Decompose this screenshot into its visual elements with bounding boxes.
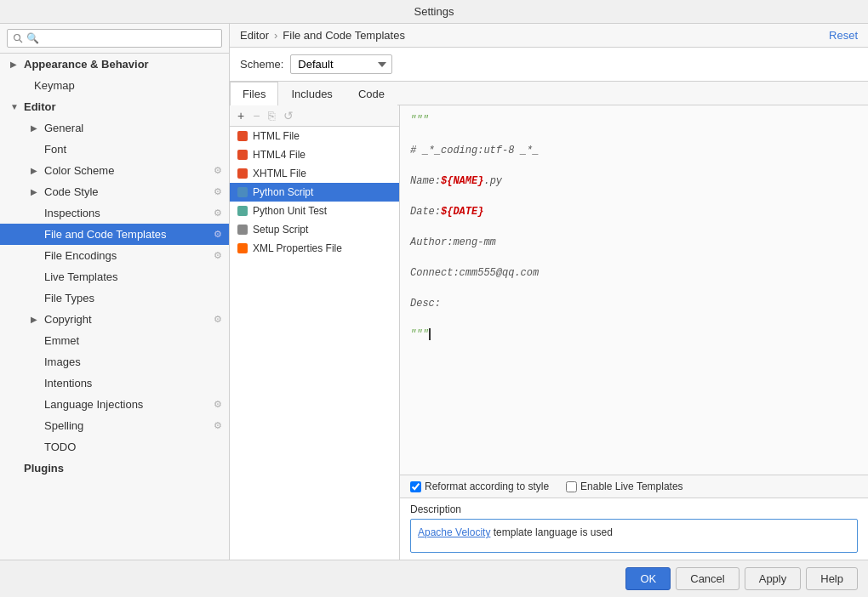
reset-template-button[interactable]: ↺	[281, 109, 296, 122]
copy-template-button[interactable]: ⎘	[266, 109, 277, 122]
breadcrumb-bar: Editor › File and Code Templates Reset	[230, 24, 868, 48]
nav-arrow: ▶	[10, 60, 20, 69]
sidebar-item-language-injections[interactable]: Language Injections⚙	[0, 394, 229, 415]
xml-icon	[237, 242, 248, 254]
file-item-xml-properties-file[interactable]: XML Properties File	[230, 239, 399, 258]
setup-icon	[237, 224, 248, 236]
nav-arrow: ▶	[31, 315, 41, 324]
nav-label: Editor	[24, 100, 56, 113]
sidebar-item-general[interactable]: ▶General	[0, 117, 229, 139]
settings-badge-icon: ⚙	[214, 229, 222, 240]
nav-label: Color Scheme	[44, 164, 114, 177]
reset-button[interactable]: Reset	[829, 29, 858, 42]
nav-arrow: ▶	[31, 123, 41, 133]
nav-label: Code Style	[44, 185, 99, 198]
nav-label: Language Injections	[44, 398, 143, 411]
html-icon	[237, 149, 248, 161]
apache-velocity-link[interactable]: Apache Velocity	[418, 526, 490, 538]
nav-label: Live Templates	[44, 270, 117, 283]
sidebar-item-code-style[interactable]: ▶Code Style⚙	[0, 181, 229, 202]
settings-badge-icon: ⚙	[214, 314, 222, 325]
settings-badge-icon: ⚙	[214, 208, 222, 219]
nav-label: TODO	[44, 441, 76, 453]
help-button[interactable]: Help	[806, 567, 858, 590]
sidebar-item-inspections[interactable]: Inspections⚙	[0, 202, 229, 224]
live-templates-option[interactable]: Enable Live Templates	[566, 480, 683, 492]
settings-badge-icon: ⚙	[214, 165, 222, 176]
tab-code[interactable]: Code	[345, 82, 397, 105]
file-label: Setup Script	[253, 224, 308, 236]
tab-includes[interactable]: Includes	[278, 82, 345, 105]
description-pane: Description Apache Velocity template lan…	[400, 498, 868, 560]
test-icon	[237, 205, 248, 217]
scheme-select[interactable]: DefaultProject	[290, 54, 392, 74]
options-bar: Reformat according to style Enable Live …	[400, 475, 868, 498]
nav-label: File Types	[44, 292, 94, 304]
breadcrumb-part1: Editor	[240, 29, 269, 42]
file-label: HTML4 File	[253, 149, 306, 161]
editor-pane: """ # _*_coding:utf-8 _*_ Name:${NAME}.p…	[400, 105, 868, 560]
nav-arrow: ▶	[31, 187, 41, 196]
file-item-html-file[interactable]: HTML File	[230, 127, 399, 145]
file-item-xhtml-file[interactable]: XHTML File	[230, 164, 399, 183]
nav-label: File Encodings	[44, 249, 117, 262]
nav-label: Keymap	[34, 79, 75, 92]
nav-label: File and Code Templates	[44, 228, 167, 241]
search-box[interactable]	[0, 24, 229, 54]
file-label: Python Script	[253, 186, 313, 198]
tabs-row: FilesIncludesCode	[230, 82, 868, 105]
remove-template-button[interactable]: −	[250, 109, 262, 122]
add-template-button[interactable]: +	[235, 109, 247, 122]
sidebar-item-intentions[interactable]: Intentions	[0, 372, 229, 394]
sidebar-item-font[interactable]: Font	[0, 139, 229, 160]
sidebar-item-editor[interactable]: ▼Editor	[0, 96, 229, 117]
nav-list: ▶Appearance & BehaviorKeymap▼Editor▶Gene…	[0, 54, 229, 479]
description-rest: template language is used	[490, 526, 612, 538]
nav-label: Spelling	[44, 419, 83, 432]
nav-arrow: ▶	[31, 166, 41, 175]
file-item-html4-file[interactable]: HTML4 File	[230, 145, 399, 164]
file-item-python-unit-test[interactable]: Python Unit Test	[230, 202, 399, 220]
settings-badge-icon: ⚙	[214, 186, 222, 197]
file-label: HTML File	[253, 130, 300, 142]
sidebar-item-plugins[interactable]: Plugins	[0, 458, 229, 479]
sidebar-item-copyright[interactable]: ▶Copyright⚙	[0, 309, 229, 330]
content-area: Editor › File and Code Templates Reset S…	[230, 24, 868, 560]
description-text: Apache Velocity template language is use…	[410, 519, 858, 553]
reformat-checkbox[interactable]	[410, 481, 421, 492]
breadcrumb-separator: ›	[274, 29, 277, 42]
sidebar-item-file-types[interactable]: File Types	[0, 287, 229, 309]
code-editor[interactable]: """ # _*_coding:utf-8 _*_ Name:${NAME}.p…	[400, 105, 868, 475]
html-icon	[237, 168, 248, 179]
live-templates-checkbox[interactable]	[566, 481, 577, 492]
cancel-button[interactable]: Cancel	[676, 567, 739, 590]
settings-badge-icon: ⚙	[214, 250, 222, 261]
sidebar-item-images[interactable]: Images	[0, 351, 229, 372]
settings-badge-icon: ⚙	[214, 399, 222, 410]
python-icon	[237, 186, 248, 198]
sidebar-item-file-encodings[interactable]: File Encodings⚙	[0, 245, 229, 266]
file-label: XHTML File	[253, 168, 306, 179]
nav-label: Plugins	[24, 462, 64, 475]
sidebar-item-live-templates[interactable]: Live Templates	[0, 266, 229, 287]
nav-label: General	[44, 122, 83, 134]
split-pane: + − ⎘ ↺ HTML FileHTML4 FileXHTML FilePyt…	[230, 105, 868, 560]
search-input[interactable]	[7, 29, 222, 48]
sidebar-item-emmet[interactable]: Emmet	[0, 330, 229, 351]
sidebar-item-todo[interactable]: TODO	[0, 436, 229, 458]
nav-label: Intentions	[44, 377, 92, 389]
sidebar-item-spelling[interactable]: Spelling⚙	[0, 415, 229, 436]
ok-button[interactable]: OK	[625, 567, 671, 590]
reformat-option[interactable]: Reformat according to style	[410, 480, 549, 492]
apply-button[interactable]: Apply	[745, 567, 802, 590]
sidebar: ▶Appearance & BehaviorKeymap▼Editor▶Gene…	[0, 24, 230, 560]
sidebar-item-keymap[interactable]: Keymap	[0, 75, 229, 96]
sidebar-item-file-and-code-templates[interactable]: File and Code Templates⚙	[0, 224, 229, 245]
sidebar-item-appearance[interactable]: ▶Appearance & Behavior	[0, 54, 229, 75]
file-item-python-script[interactable]: Python Script	[230, 183, 399, 202]
nav-label: Appearance & Behavior	[24, 58, 149, 71]
sidebar-item-color-scheme[interactable]: ▶Color Scheme⚙	[0, 160, 229, 181]
tab-files[interactable]: Files	[230, 82, 278, 105]
file-item-setup-script[interactable]: Setup Script	[230, 220, 399, 239]
nav-label: Inspections	[44, 207, 100, 219]
